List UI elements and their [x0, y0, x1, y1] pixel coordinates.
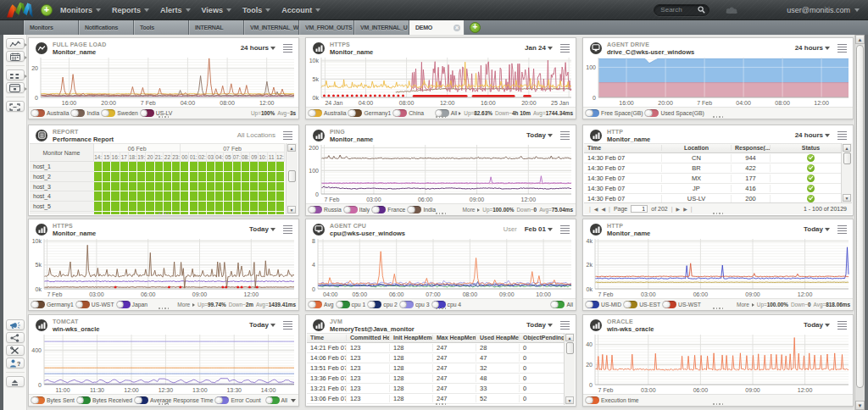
last-page-icon[interactable]: ▶: [683, 206, 687, 212]
report-cell[interactable]: [155, 182, 163, 191]
report-cell[interactable]: [103, 172, 110, 181]
report-row-label[interactable]: host_4: [30, 191, 94, 202]
widget-menu-icon[interactable]: [560, 43, 570, 53]
report-cell[interactable]: [172, 162, 180, 171]
report-cell[interactable]: [190, 202, 198, 211]
legend-toggle-bytes-sent[interactable]: Bytes Sent: [31, 396, 75, 404]
report-cell[interactable]: [155, 162, 163, 171]
table-row[interactable]: 13:21 Feb 07123128247330: [307, 384, 575, 394]
report-cell[interactable]: [268, 182, 275, 191]
legend-toggle-china[interactable]: China: [393, 109, 424, 117]
report-cell[interactable]: [276, 202, 284, 211]
report-cell[interactable]: [190, 212, 198, 214]
legend-toggle-us-mid[interactable]: US-MID: [586, 301, 621, 308]
report-cell[interactable]: [224, 191, 231, 201]
table-row[interactable]: 14:21 Feb 07123128247280: [307, 343, 575, 353]
resize-handle[interactable]: [711, 308, 725, 310]
widget-menu-icon[interactable]: [837, 320, 847, 330]
report-cell[interactable]: [120, 191, 128, 201]
first-page-icon[interactable]: ◀: [594, 206, 598, 212]
report-cell[interactable]: [146, 162, 153, 171]
report-cell[interactable]: [111, 202, 119, 211]
report-cell[interactable]: [164, 182, 171, 191]
report-cell[interactable]: [276, 172, 284, 181]
resize-handle[interactable]: [711, 116, 725, 119]
report-cell[interactable]: [146, 191, 153, 201]
legend-toggle-cpu-2[interactable]: cpu 2: [368, 301, 398, 308]
resize-handle[interactable]: [157, 308, 170, 310]
widget-menu-icon[interactable]: [837, 43, 847, 53]
report-cell[interactable]: [250, 191, 258, 201]
scroll-up-icon[interactable]: ▲: [565, 334, 574, 341]
report-cell[interactable]: [276, 162, 284, 171]
report-cell[interactable]: [120, 182, 128, 191]
report-cell[interactable]: [164, 191, 171, 201]
table-row[interactable]: 13:51 Feb 07123128247320: [307, 363, 575, 374]
tab-vm_internal_u[interactable]: VM_INTERNAL_U: [354, 20, 409, 35]
report-cell[interactable]: [215, 202, 223, 211]
time-range-select[interactable]: Today: [804, 225, 830, 233]
sidebar-tools-button[interactable]: [6, 345, 25, 356]
search-input[interactable]: [660, 6, 698, 14]
report-cell[interactable]: [215, 212, 223, 214]
report-cell[interactable]: [103, 212, 110, 214]
report-cell[interactable]: [268, 212, 275, 214]
report-cell[interactable]: [198, 191, 206, 201]
report-cell[interactable]: [190, 172, 198, 181]
report-cell[interactable]: [207, 162, 214, 171]
page-input[interactable]: [631, 205, 648, 213]
widget-menu-icon[interactable]: [837, 130, 847, 141]
column-header-time[interactable]: Time: [307, 335, 347, 341]
report-cell[interactable]: [181, 162, 188, 171]
monitis-logo-icon[interactable]: [5, 2, 34, 18]
resize-handle[interactable]: [434, 213, 448, 215]
report-cell[interactable]: [155, 202, 163, 211]
report-cell[interactable]: [224, 202, 231, 211]
sidebar-window-button[interactable]: [6, 82, 25, 93]
sidebar-user-help-button[interactable]: ?: [6, 357, 25, 368]
time-range-select[interactable]: Today: [249, 321, 275, 329]
tab-notifications[interactable]: Notifications: [79, 20, 134, 35]
tab-tools[interactable]: Tools: [134, 20, 189, 35]
legend-toggle-cpu-1[interactable]: cpu 1: [337, 301, 366, 308]
legend-toggle-execution-time[interactable]: Execution time: [586, 396, 639, 404]
report-cell[interactable]: [259, 182, 266, 191]
report-cell[interactable]: [242, 191, 249, 201]
legend-toggle-germany1[interactable]: Germany1: [348, 109, 391, 117]
report-cell[interactable]: [198, 202, 206, 211]
column-header-status[interactable]: Status: [771, 145, 852, 151]
report-cell[interactable]: [155, 172, 163, 181]
legend-toggle-australia[interactable]: Australia: [309, 109, 346, 117]
report-cell[interactable]: [137, 212, 145, 214]
resize-handle[interactable]: [157, 116, 170, 119]
scroll-up-icon[interactable]: ▲: [855, 35, 865, 44]
tab-demo[interactable]: DEMO×: [409, 20, 465, 35]
report-cell[interactable]: [146, 182, 153, 191]
report-row-label[interactable]: host_5: [30, 202, 94, 212]
report-scrollbar[interactable]: ▲▼: [286, 143, 298, 214]
column-header-used-heapmem-[interactable]: Used HeapMem...: [476, 335, 520, 341]
report-cell[interactable]: [268, 191, 275, 201]
resize-handle[interactable]: [157, 213, 170, 215]
scrollbar-thumb[interactable]: [566, 342, 574, 354]
nav-item-views[interactable]: Views: [202, 6, 231, 14]
report-cell[interactable]: [250, 212, 258, 214]
report-cell[interactable]: [137, 191, 145, 201]
report-cell[interactable]: [242, 182, 249, 191]
column-header-time[interactable]: Time: [584, 145, 662, 151]
report-cell[interactable]: [103, 182, 110, 191]
report-cell[interactable]: [276, 182, 284, 191]
report-cell[interactable]: [215, 162, 223, 171]
report-cell[interactable]: [172, 191, 180, 201]
more-link[interactable]: More: [177, 302, 195, 308]
report-cell[interactable]: [137, 172, 145, 181]
legend-toggle-sweden[interactable]: Sweden: [102, 109, 138, 117]
report-cell[interactable]: [120, 162, 128, 171]
report-cell[interactable]: [268, 162, 275, 171]
time-range-select[interactable]: Jan 24: [525, 44, 553, 52]
report-cell[interactable]: [250, 162, 258, 171]
report-cell[interactable]: [146, 212, 153, 214]
report-cell[interactable]: [224, 172, 231, 181]
scroll-up-icon[interactable]: ▲: [843, 144, 851, 152]
widget-menu-icon[interactable]: [283, 43, 292, 53]
